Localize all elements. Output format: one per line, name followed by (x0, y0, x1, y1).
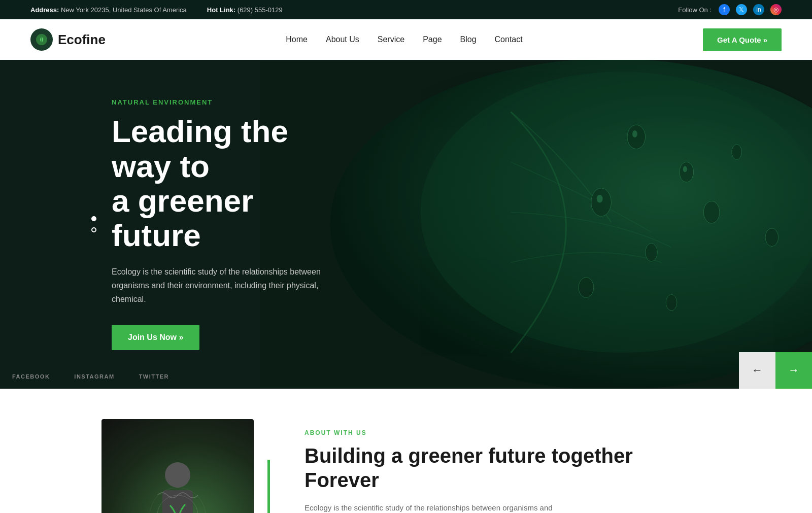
about-image-inner (101, 419, 254, 513)
about-description: Ecology is the scientific study of the r… (304, 501, 710, 513)
svg-point-10 (732, 145, 742, 160)
nav-page[interactable]: Page (423, 35, 442, 44)
nav-blog[interactable]: Blog (460, 35, 477, 44)
address: Address: New York 20235, United States O… (30, 6, 187, 14)
logo-text: Ecofine (58, 32, 106, 48)
about-image-accent (267, 460, 270, 513)
join-us-button[interactable]: Join Us Now » (112, 325, 199, 350)
hero-section: NATURAL ENVIRONMENT Leading the way to a… (0, 60, 812, 389)
slider-dots (91, 216, 96, 232)
top-bar-left: Address: New York 20235, United States O… (30, 6, 283, 14)
svg-point-11 (765, 228, 779, 247)
logo-icon (30, 28, 53, 51)
facebook-icon[interactable]: f (719, 4, 730, 15)
top-bar-right: Follow On : f 𝕏 in ◎ (678, 4, 782, 15)
hero-title: Leading the way to a greener future (112, 114, 345, 253)
svg-point-6 (680, 162, 694, 182)
svg-point-8 (703, 201, 720, 224)
social-twitter[interactable]: TWITTER (127, 364, 181, 389)
hotlink: Hot Link: (629) 555-0129 (207, 6, 283, 14)
hero-social-bar: FACEBOOK INSTAGRAM TWITTER (0, 364, 181, 389)
navbar: Ecofine Home About Us Service Page Blog … (0, 19, 812, 60)
twitter-icon[interactable]: 𝕏 (736, 4, 747, 15)
social-instagram[interactable]: INSTAGRAM (62, 364, 126, 389)
svg-point-15 (683, 166, 687, 172)
hero-content: NATURAL ENVIRONMENT Leading the way to a… (0, 98, 345, 350)
about-title: Building a greener future together Forev… (304, 443, 710, 492)
hero-subtitle: NATURAL ENVIRONMENT (112, 98, 345, 106)
logo: Ecofine (30, 28, 106, 51)
nav-links: Home About Us Service Page Blog Contact (286, 35, 522, 44)
svg-point-16 (597, 195, 603, 203)
svg-point-12 (579, 278, 594, 298)
leaf-logo-svg (35, 32, 49, 47)
svg-point-17 (165, 462, 190, 488)
about-subtitle: ABOUT WITH US (304, 429, 710, 436)
svg-point-14 (632, 130, 637, 138)
slider-arrows: ← → (739, 352, 812, 389)
get-quote-button[interactable]: Get A Quote » (703, 28, 782, 51)
nav-about[interactable]: About Us (326, 35, 359, 44)
prev-arrow-button[interactable]: ← (739, 352, 775, 389)
follow-label: Follow On : (678, 6, 712, 14)
next-arrow-button[interactable]: → (775, 352, 812, 389)
about-image (101, 419, 254, 513)
about-content: ABOUT WITH US Building a greener future … (304, 419, 710, 513)
social-icons: f 𝕏 in ◎ (719, 4, 782, 15)
instagram-icon[interactable]: ◎ (770, 4, 782, 15)
nav-service[interactable]: Service (378, 35, 404, 44)
svg-rect-18 (162, 490, 193, 513)
about-person-svg (127, 444, 228, 513)
hero-description: Ecology is the scientific study of the r… (112, 265, 345, 306)
about-image-wrapper (101, 419, 264, 513)
svg-point-9 (646, 244, 658, 262)
about-section: ABOUT WITH US Building a greener future … (0, 389, 812, 513)
nav-home[interactable]: Home (286, 35, 308, 44)
social-facebook[interactable]: FACEBOOK (0, 364, 62, 389)
top-bar: Address: New York 20235, United States O… (0, 0, 812, 19)
svg-point-7 (591, 188, 612, 216)
linkedin-icon[interactable]: in (753, 4, 764, 15)
slider-dot-1[interactable] (91, 216, 96, 221)
nav-contact[interactable]: Contact (495, 35, 523, 44)
svg-point-13 (666, 294, 677, 311)
svg-point-5 (627, 125, 646, 149)
slider-dot-2[interactable] (91, 227, 96, 232)
